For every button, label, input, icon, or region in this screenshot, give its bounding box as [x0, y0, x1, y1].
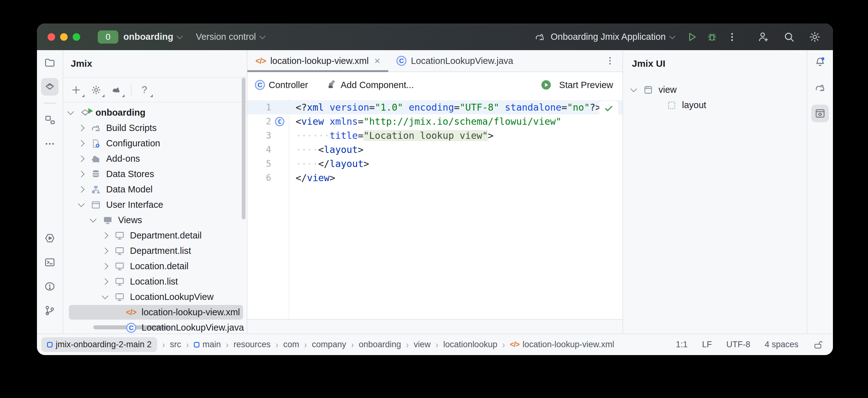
tree-item-location-list[interactable]: Location.list	[63, 274, 247, 289]
breadcrumb[interactable]: onboarding	[359, 340, 401, 349]
tree-item-data-stores[interactable]: Data Stores	[63, 166, 247, 182]
tree-item-data-model[interactable]: Data Model	[63, 182, 247, 197]
chevron-right-icon[interactable]	[102, 232, 108, 239]
jmix-ui-icon[interactable]	[811, 105, 829, 122]
breadcrumb[interactable]: company	[312, 340, 346, 349]
chevron-down-icon[interactable]	[78, 200, 85, 207]
add-user-icon[interactable]	[756, 30, 770, 44]
vcs-changes-badge[interactable]: 0	[98, 30, 118, 44]
search-icon[interactable]	[782, 30, 796, 44]
chevron-down-icon[interactable]	[102, 292, 108, 299]
chevron-right-icon[interactable]	[78, 171, 85, 177]
breadcrumb-module[interactable]: jmix-onboarding-2-main 2	[41, 337, 157, 352]
breadcrumb[interactable]: locationlookup	[443, 340, 498, 349]
terminal-icon[interactable]	[41, 254, 59, 271]
tree-item-locationlookupview-java[interactable]: C LocationLookupView.java	[63, 320, 247, 334]
jmix-project-icon	[79, 107, 91, 119]
zoom-window-button[interactable]	[73, 33, 80, 41]
project-panel-toolbar: ?	[63, 78, 247, 103]
vertical-scrollbar[interactable]	[242, 78, 246, 219]
code-editor[interactable]: 1 <?xml version="1.0" encoding="UTF-8" s…	[247, 98, 622, 319]
close-icon[interactable]: ×	[374, 56, 380, 66]
chevron-down-icon[interactable]	[67, 108, 74, 115]
tree-item-configuration[interactable]: Configuration	[63, 136, 247, 151]
tree-item-views[interactable]: Views	[63, 212, 247, 228]
start-preview-button[interactable]: Start Preview	[559, 80, 613, 90]
tree-item-department-detail[interactable]: Department.detail	[63, 228, 247, 243]
monitor-icon	[114, 260, 126, 272]
data-model-icon	[90, 183, 102, 196]
inspections-ok-icon[interactable]	[599, 101, 618, 116]
chevron-right-icon[interactable]	[78, 140, 85, 147]
breadcrumb-file[interactable]: </> location-lookup-view.xml	[510, 340, 614, 349]
run-configuration-widget[interactable]: Onboarding Jmix Application	[533, 30, 675, 44]
encoding-widget[interactable]: UTF-8	[726, 340, 750, 349]
java-class-icon[interactable]: C	[275, 117, 284, 126]
code-line: 4 ····<layout>	[247, 143, 622, 157]
controller-link[interactable]: Controller	[269, 80, 308, 90]
code-line: 1 <?xml version="1.0" encoding="UTF-8" s…	[247, 100, 622, 114]
chevron-right-icon[interactable]	[102, 278, 108, 285]
problems-icon[interactable]	[41, 278, 59, 295]
project-folder-icon[interactable]	[41, 54, 59, 72]
settings-icon[interactable]	[89, 83, 103, 97]
add-component-button[interactable]: Add Component...	[341, 80, 414, 90]
vcs-widget[interactable]: Version control	[196, 32, 265, 42]
structure-icon[interactable]	[41, 111, 59, 129]
chevron-right-icon[interactable]	[78, 155, 85, 162]
gradle-icon[interactable]	[811, 79, 829, 96]
settings-icon[interactable]	[808, 30, 822, 44]
tree-item-layout[interactable]: layout	[623, 97, 807, 113]
chevron-down-icon[interactable]	[630, 85, 637, 92]
tree-item-location-detail[interactable]: Location.detail	[63, 259, 247, 274]
monitor-icon	[114, 291, 126, 303]
tab-options-icon[interactable]	[605, 56, 615, 66]
gradle-icon[interactable]	[109, 83, 123, 97]
tree-item-department-list[interactable]: Department.list	[63, 243, 247, 259]
more-icon[interactable]	[725, 30, 739, 44]
unlock-icon[interactable]	[813, 339, 824, 350]
tree-item-build-scripts[interactable]: Build Scripts	[63, 120, 247, 136]
tree-item-onboarding[interactable]: onboarding	[63, 105, 247, 120]
tree-item-add-ons[interactable]: Add-ons	[63, 151, 247, 166]
chevron-right-icon[interactable]	[78, 125, 85, 131]
run-icon[interactable]	[685, 30, 699, 44]
chevron-right-icon[interactable]	[102, 248, 108, 254]
java-class-icon: C	[396, 56, 406, 66]
add-icon[interactable]	[69, 83, 83, 97]
editor-bottom-strip	[247, 319, 622, 334]
tree-item-location-lookup-view-xml[interactable]: </> location-lookup-view.xml	[63, 305, 247, 320]
caret-position-widget[interactable]: 1:1	[676, 340, 688, 349]
database-icon	[90, 168, 102, 180]
run-tool-icon[interactable]	[41, 229, 59, 247]
monitor-filled-icon	[102, 215, 114, 226]
version-control-icon[interactable]	[41, 302, 59, 319]
minimize-window-button[interactable]	[60, 33, 68, 41]
indent-widget[interactable]: 4 spaces	[765, 340, 799, 349]
code-line: 6 </view>	[247, 171, 622, 185]
breadcrumb[interactable]: src	[170, 340, 181, 349]
breadcrumb[interactable]: resources	[234, 340, 271, 349]
close-window-button[interactable]	[48, 33, 55, 41]
breadcrumb[interactable]: main	[194, 340, 221, 349]
project-widget[interactable]: 0 onboarding	[98, 30, 182, 44]
more-icon[interactable]	[41, 135, 59, 152]
tab-locationlookupview-java[interactable]: C LocationLookupView.java	[388, 50, 521, 72]
tree-item-view[interactable]: view	[623, 82, 807, 97]
chevron-down-icon[interactable]	[90, 216, 96, 222]
chevron-right-icon[interactable]	[102, 263, 108, 269]
chevron-right-icon[interactable]	[78, 186, 85, 193]
help-icon[interactable]: ?	[137, 83, 152, 97]
jmix-icon[interactable]	[41, 78, 59, 95]
divider	[131, 84, 131, 95]
monitor-icon	[114, 230, 126, 241]
line-separator-widget[interactable]: LF	[702, 340, 712, 349]
notifications-icon[interactable]	[811, 53, 829, 71]
tab-location-lookup-view-xml[interactable]: </> location-lookup-view.xml ×	[247, 50, 388, 72]
breadcrumb[interactable]: com	[283, 340, 299, 349]
breadcrumb[interactable]: view	[414, 340, 431, 349]
tree-item-locationlookupview[interactable]: LocationLookupView	[63, 289, 247, 305]
debug-icon[interactable]	[705, 30, 719, 44]
view-window-icon	[642, 84, 654, 96]
tree-item-user-interface[interactable]: User Interface	[63, 197, 247, 212]
